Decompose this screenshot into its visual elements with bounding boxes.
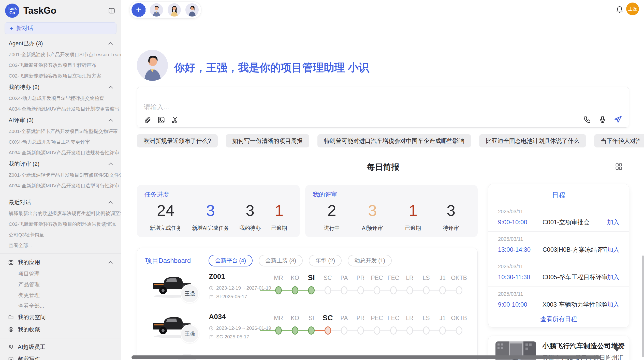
sidebar-tool-item[interactable]: AI超级员工 <box>0 341 121 353</box>
sidebar-section-header[interactable]: AI评审 (3) <box>0 114 121 126</box>
send-icon[interactable] <box>614 115 622 124</box>
milestone-node[interactable] <box>439 286 446 294</box>
milestone-node[interactable] <box>456 286 462 294</box>
suggestion-chip[interactable]: 比亚迪全固态电池计划具体说了什么 <box>479 134 586 147</box>
milestone-label: J1 <box>440 275 446 281</box>
sidebar-recent-item[interactable]: C02-飞腾新能源轻客改款项目的闭环通告反馈情况 <box>0 219 121 230</box>
sidebar-my-apps[interactable]: 我的应用 <box>0 256 121 268</box>
conversation-avatar[interactable] <box>149 3 164 17</box>
chat-composer[interactable]: 请输入... <box>137 87 629 128</box>
sidebar-task-item[interactable]: Z001-全新燃油轻卡产品开发项目SI造型提交物评审 <box>0 126 121 137</box>
milestone-node[interactable] <box>456 326 462 335</box>
sidebar-app-item[interactable]: 查看全部... <box>0 301 121 311</box>
milestone-node[interactable] <box>308 326 315 335</box>
suggestion-chip[interactable]: 欧洲新规最近颁布了什么? <box>137 134 218 147</box>
milestone-label: SI <box>309 315 314 322</box>
sidebar-task-item[interactable]: Z001-全新燃油皮卡产品开发项目SI节点Lesson Learn报告 <box>0 49 121 60</box>
sidebar-section-header[interactable]: 我的待办 (2) <box>0 81 121 93</box>
sidebar-section-header[interactable]: 我的评审 (2) <box>0 158 121 170</box>
sidebar-task-item[interactable]: Z001-全新燃油轻卡产品开发项目SI节点属性5D文件评审 <box>0 170 121 181</box>
dashboard-tab[interactable]: 全新上装 (3) <box>259 255 303 266</box>
milestone-node[interactable] <box>275 326 282 335</box>
chevron-up-icon <box>108 261 113 264</box>
milestone-node[interactable] <box>275 286 282 294</box>
scissors-icon[interactable] <box>171 116 179 124</box>
suggestion-chip[interactable]: 特朗普可能对进口汽车增税会对中国车企造成哪些影响 <box>317 134 471 147</box>
image-upload-icon[interactable] <box>157 116 165 124</box>
stat-label: 新增AI完成任务 <box>192 224 229 232</box>
milestone-node[interactable] <box>406 286 413 294</box>
event-join-link[interactable]: 加入 <box>607 301 619 309</box>
sidebar-task-item[interactable]: A034-全新新能源MUV产品开发项目计划变更表编写 <box>0 104 121 114</box>
notification-bell-icon[interactable] <box>616 6 624 14</box>
conversation-avatar[interactable] <box>167 3 181 17</box>
milestone-node[interactable] <box>374 286 380 294</box>
sidebar-app-item[interactable]: 项目管理 <box>0 268 121 279</box>
suggestion-chip-partial[interactable] <box>640 134 644 147</box>
microphone-icon[interactable] <box>598 115 607 124</box>
sidebar-app-item[interactable]: 产品管理 <box>0 279 121 290</box>
conversation-avatar[interactable] <box>185 3 199 17</box>
stat-label: 进行中 <box>324 224 340 232</box>
milestone-node[interactable] <box>390 326 397 335</box>
sidebar-task-item[interactable]: A034-全新新能源MUV产品开发项目造型可行性评审 <box>0 181 121 191</box>
new-chat-button[interactable]: + 新对话 <box>5 22 116 34</box>
sidebar-task-item[interactable]: C02-飞腾新能源轻客改款项目立项汇报方案 <box>0 71 121 81</box>
milestone-node[interactable] <box>357 286 364 294</box>
sidebar-tool-item[interactable]: 帮我写作 <box>0 353 121 360</box>
milestone-node[interactable] <box>341 326 347 335</box>
milestone-node[interactable] <box>406 326 413 335</box>
event-join-link[interactable]: 加入 <box>607 246 619 254</box>
milestone-node[interactable] <box>390 286 397 294</box>
project-row[interactable]: 王强 A034 2023-12-19 ~ 2026-01-19 SC-2025-… <box>137 310 477 350</box>
dashboard-tab[interactable]: 动总开发 (1) <box>348 255 392 266</box>
stat-item: 3新增AI完成任务 <box>192 202 229 232</box>
view-all-schedule-link[interactable]: 查看所有日程 <box>488 315 629 323</box>
sidebar-collapse-icon[interactable] <box>108 7 115 14</box>
sidebar-recent-item[interactable]: 公司Q3轻卡销量 <box>0 230 121 240</box>
sidebar-recent-item[interactable]: 解释最新出台的欧盟报废车法规再生塑料比例被调至15%... <box>0 208 121 219</box>
sidebar-recent-header[interactable]: 最近对话 <box>0 197 121 208</box>
scroll-right-arrow[interactable] <box>606 355 610 360</box>
sidebar-item-favorites[interactable]: 我的收藏 <box>0 323 121 336</box>
milestone-node[interactable] <box>308 286 315 294</box>
sidebar-task-item[interactable]: A034-全新新能源MUV产品开发项目法规符合性评审 <box>0 147 121 158</box>
schedule-card: 日程 2025/03/11 9:00-10:00 C001-立项审批会 加入 2… <box>488 184 629 327</box>
add-conversation-button[interactable]: + <box>131 3 146 17</box>
phone-call-icon[interactable] <box>583 115 591 124</box>
milestone-node[interactable] <box>439 326 446 335</box>
event-join-link[interactable]: 加入 <box>607 218 619 226</box>
briefing-layout-icon[interactable] <box>615 163 623 170</box>
milestone-node[interactable] <box>341 286 347 294</box>
suggestion-chip[interactable]: 当下年轻人对汽车外观有怎样的喜好趋势 <box>594 134 644 147</box>
user-avatar[interactable]: 王强 <box>626 3 639 15</box>
milestone-node[interactable] <box>292 286 298 294</box>
milestone-node[interactable] <box>357 326 364 335</box>
sidebar-item-cloud-space[interactable]: 我的云空间 <box>0 311 121 323</box>
scroll-down-arrow[interactable] <box>613 347 620 352</box>
stat-label: 已逾期 <box>405 224 421 232</box>
project-row[interactable]: 王强 Z001 2023-12-19 ~ 2027-01-19 SI-2025-… <box>137 269 477 310</box>
vertical-scrollbar[interactable] <box>642 256 644 357</box>
event-join-link[interactable]: 加入 <box>607 273 619 281</box>
dashboard-tab[interactable]: 年型 (2) <box>309 255 342 266</box>
milestone-node[interactable] <box>325 286 331 294</box>
milestone-node[interactable] <box>325 326 331 335</box>
sidebar-task-item[interactable]: C0X4-动力总成开发项目工程变更评审 <box>0 137 121 147</box>
dashboard-tab[interactable]: 全新平台 (4) <box>209 255 253 266</box>
milestone-node[interactable] <box>423 286 430 294</box>
sidebar-app-item[interactable]: 变更管理 <box>0 290 121 301</box>
sidebar-section-header[interactable]: Agent已办 (3) <box>0 38 121 49</box>
milestone-node[interactable] <box>423 326 430 335</box>
chevron-up-icon <box>108 162 113 166</box>
suggestion-chip[interactable]: 如何写一份清晰的项目周报 <box>226 134 309 147</box>
sidebar-recent-item[interactable]: 查看全部... <box>0 240 121 251</box>
sidebar-task-item[interactable]: C0X4-动力总成开发项目SI里程碑提交物检查 <box>0 93 121 104</box>
milestone-node[interactable] <box>292 326 298 335</box>
milestone-node[interactable] <box>374 326 380 335</box>
sidebar-task-item[interactable]: C02-飞腾新能源轻客改款项目里程碑画布 <box>0 60 121 71</box>
project-owner-badge: 王强 <box>180 324 199 343</box>
attachment-icon[interactable] <box>144 116 151 124</box>
horizontal-scrollbar[interactable] <box>131 355 601 359</box>
stat-value: 1 <box>405 202 421 219</box>
